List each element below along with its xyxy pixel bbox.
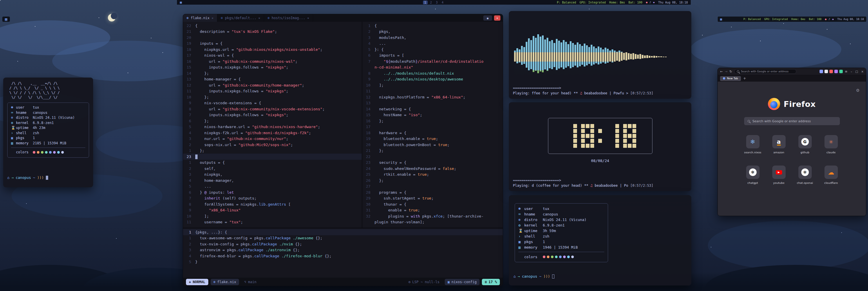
tab-close-icon[interactable]: × [212,16,214,20]
new-tab-button[interactable]: + [743,77,746,81]
window-close-button[interactable]: × [861,70,864,73]
shortcut-tile-cloudflare[interactable]: ☁cloudflare [821,166,841,184]
shell-prompt[interactable]: ⌂→canopus~))) [512,274,688,282]
cava-segment [533,36,534,52]
code-line: 18 hardware = { [362,130,503,136]
tray-icon[interactable]: ◆ [653,1,654,4]
workspace-button-3[interactable]: 3 [435,1,439,4]
fetch-label: memory [524,244,543,250]
shortcut-tile-amazon[interactable]: aamazon [769,135,789,154]
uptime-icon: ⌛ [519,228,524,233]
cava-segment [598,62,599,64]
prompt-host: canopus [16,175,31,180]
extension-icon[interactable] [839,70,843,73]
shortcut-label: chatgpt [747,181,758,184]
fetch-panel[interactable]: ☻usertux⌨hnamecanopus❄distroNixOS 24.11 … [509,195,691,286]
cava-segment [665,57,666,57]
line-number: 1 [183,160,195,165]
firefox-logo-globe [770,101,777,108]
extension-icon[interactable] [819,70,823,73]
editor-pane-iso[interactable]: 1{2 pkgs,3 modulesPath,4 ...5}: {6 impor… [362,22,503,228]
code-line: 19 bluetooth.enable = true; [362,136,503,142]
cava-bar [563,40,564,69]
ascii-art: /\ /\ ,__ __=/\ /\ / /\ \ \_/ \/ _ \ \ \… [7,81,89,99]
editor-tab-flake.nix[interactable]: ❄flake.nix× [183,14,217,22]
tray-icon[interactable]: ♪ [650,1,651,4]
extension-icon[interactable] [834,70,838,73]
tray-icon[interactable]: ● [646,1,647,4]
clock-cell [573,129,577,133]
git-branch-segment: ⌥main [241,279,259,285]
forward-button[interactable]: → [725,70,727,74]
cava-segment [609,52,611,62]
code-text: sops-nix.url = "github:Mic92/sops-nix"; [195,143,293,147]
fastfetch-terminal[interactable]: /\ /\ ,__ __=/\ /\ / /\ \ \_/ \/ _ \ \ \… [3,78,93,187]
url-bar[interactable]: Search with Google or enter address [734,69,796,74]
tab-close-icon[interactable]: × [258,16,260,20]
fetch-row: ▥memory1946 | 15394 MiB [519,244,604,250]
status-item: P: Balanced [557,1,576,4]
shortcut-tile-chatgpt[interactable]: ✻chatgpt [743,166,763,184]
launcher-icon[interactable]: ▦ [5,18,7,21]
line-number: 24 [362,167,375,171]
line-number: 26 [362,178,375,183]
cava-bar [556,39,558,70]
tray-icon[interactable]: ● [825,18,827,21]
back-button[interactable]: ← [720,70,723,74]
code-line: 11 [362,88,503,94]
palette-dot [53,151,56,154]
code-text: pkgs, [375,29,391,34]
shortcut-tile-search.nixos[interactable]: ❄search.nixos [743,135,763,154]
reload-button[interactable]: ↻ [729,70,732,74]
launcher-icon[interactable]: ▦ [180,1,182,4]
cava-player-panel[interactable]: ======================> Playing: ffee fo… [509,11,691,99]
tab-close-icon[interactable]: × [307,16,309,20]
line-number: 10 [183,95,195,99]
firefox-toolbar: ← → ↻ Search with Google or enter addres… [718,68,866,75]
editor-tab-pkgs/default...[interactable]: ❄pkgs/default...× [217,14,264,22]
tray-icon[interactable]: ♪ [829,18,830,21]
editor-tab-hosts/isoImag...[interactable]: ❄hosts/isoImag...× [264,14,313,22]
shortcut-tile-chat.openai[interactable]: ✻chat.openai [795,166,815,184]
maximize-button[interactable]: □ [855,70,858,73]
tab-new-tab[interactable]: New Tab [720,76,741,81]
close-button[interactable]: × [494,16,500,21]
workspace-button-1[interactable]: 1 [423,1,427,4]
menu-button[interactable]: ≡ [845,70,847,74]
shortcut-tile-claude[interactable]: ✳claude [821,135,841,154]
shortcut-tile-github[interactable]: Ggithub [795,135,815,154]
cava-segment [656,56,657,58]
buffer-eye-button[interactable]: ◉ [483,16,492,21]
fetch-value: 6.9.8-zen1 [543,223,564,228]
newtab-search-input[interactable]: Search with Google or enter address [744,117,840,125]
clock-cell [632,124,636,128]
extension-icon[interactable] [829,70,833,73]
cava-segment [604,52,606,62]
clock-cell [590,124,594,128]
line-number: 2 [183,242,195,246]
fetch-value: zsh [543,233,550,239]
shell-prompt[interactable]: ⌂→canopus~))) [7,175,89,184]
cava-segment [521,52,523,62]
editor-pane-default-nix[interactable]: 1{pkgs, ...}: {1 tux-awesome-wm-config =… [183,228,503,278]
extension-icon[interactable] [825,70,828,73]
launcher-icon[interactable]: ▦ [720,18,722,21]
code-line: 10 ]; [183,213,362,219]
clock-digit [606,124,619,148]
workspace-button-4[interactable]: 4 [440,1,445,4]
code-line: 21 }; [362,148,503,154]
code-line: 6 } @ inputs: let [183,190,362,196]
code-line: 2 tux-nvim-config = pkgs.callPackage ./n… [183,241,503,247]
shortcut-tile-youtube[interactable]: ▶youtube [769,166,789,184]
cava-segment [595,62,597,63]
editor-pane-flake[interactable]: 22{21 description = "tux's NixOS Flake";… [183,22,362,228]
personalize-gear-icon[interactable]: ⚙ [856,88,860,93]
clock-panel[interactable]: 08/08/24 ======================> Playing… [509,102,691,191]
right-status-bar: ▦ P: BalancedGPU: IntegratedHome: 6msBat… [718,17,866,22]
line-number: 3 [362,35,375,40]
workspace-button-2[interactable]: 2 [429,1,433,4]
line-number: 19 [183,41,195,46]
palette-dot [61,151,64,154]
tray-icon[interactable]: ◆ [832,18,834,21]
minimize-button[interactable]: – [850,70,852,73]
